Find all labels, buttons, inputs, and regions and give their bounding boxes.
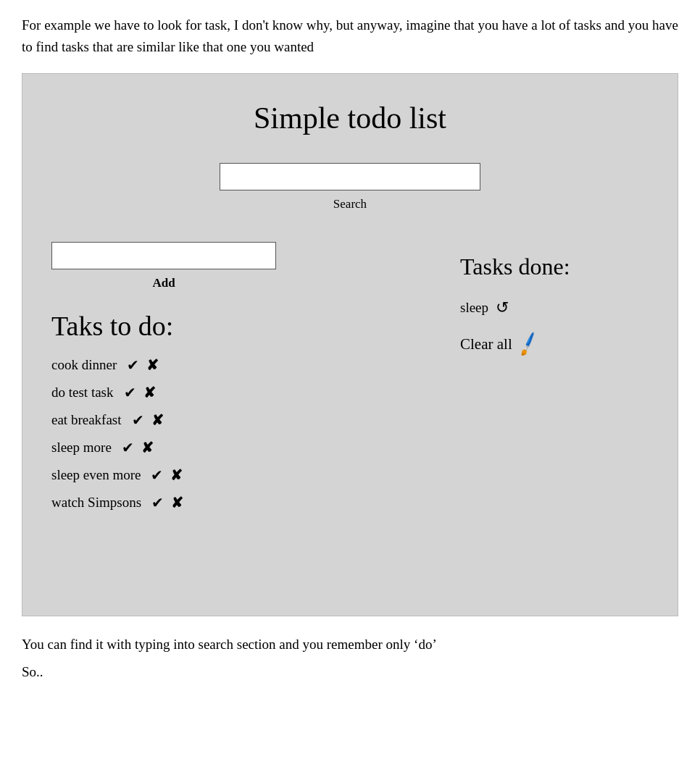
clear-all-button[interactable]: Clear all 🖌️ bbox=[460, 334, 538, 354]
task-delete-button[interactable]: ✘ bbox=[171, 492, 183, 513]
task-check-button[interactable]: ✔ bbox=[127, 354, 139, 376]
tasks-done-title: Tasks done: bbox=[460, 249, 649, 284]
search-section: Search bbox=[51, 163, 649, 214]
task-check-button[interactable]: ✔ bbox=[151, 492, 164, 513]
task-name: eat breakfast bbox=[51, 410, 122, 431]
brush-icon: 🖌️ bbox=[514, 331, 541, 358]
task-check-button[interactable]: ✔ bbox=[151, 464, 163, 486]
app-title: Simple todo list bbox=[51, 96, 649, 141]
task-item: eat breakfast✔✘ bbox=[51, 409, 417, 431]
task-check-button[interactable]: ✔ bbox=[132, 409, 144, 431]
task-item: sleep even more✔✘ bbox=[51, 464, 417, 486]
task-check-button[interactable]: ✔ bbox=[124, 382, 136, 403]
task-name: sleep even more bbox=[51, 465, 141, 486]
done-task-name: sleep bbox=[460, 298, 488, 319]
task-item: do test task✔✘ bbox=[51, 382, 417, 403]
add-input[interactable] bbox=[51, 242, 276, 269]
clear-all-label: Clear all bbox=[460, 335, 512, 353]
search-label: Search bbox=[333, 195, 367, 214]
done-item: sleep ↺ bbox=[460, 295, 649, 319]
task-check-button[interactable]: ✔ bbox=[122, 437, 134, 458]
task-delete-button[interactable]: ✘ bbox=[141, 437, 154, 458]
main-area: Add Taks to do: cook dinner✔✘do test tas… bbox=[51, 242, 649, 519]
add-label: Add bbox=[51, 274, 276, 293]
app-container: Simple todo list Search Add Taks to do: … bbox=[22, 73, 678, 616]
outro-line2: So.. bbox=[22, 661, 678, 683]
task-name: do test task bbox=[51, 382, 114, 403]
tasks-title: Taks to do: bbox=[51, 306, 417, 347]
intro-text: For example we have to look for task, I … bbox=[22, 14, 678, 59]
task-list: cook dinner✔✘do test task✔✘eat breakfast… bbox=[51, 354, 417, 513]
task-name: cook dinner bbox=[51, 355, 117, 376]
task-name: watch Simpsons bbox=[51, 492, 141, 513]
task-delete-button[interactable]: ✘ bbox=[170, 464, 183, 486]
task-item: cook dinner✔✘ bbox=[51, 354, 417, 376]
right-section: Tasks done: sleep ↺ Clear all 🖌️ bbox=[460, 242, 649, 354]
task-delete-button[interactable]: ✘ bbox=[151, 409, 164, 431]
task-delete-button[interactable]: ✘ bbox=[143, 382, 156, 403]
search-input[interactable] bbox=[220, 163, 480, 190]
left-section: Add Taks to do: cook dinner✔✘do test tas… bbox=[51, 242, 417, 519]
outro-line1: You can find it with typing into search … bbox=[22, 634, 678, 655]
task-name: sleep more bbox=[51, 437, 112, 458]
undo-icon[interactable]: ↺ bbox=[496, 295, 509, 319]
task-item: watch Simpsons✔✘ bbox=[51, 492, 417, 513]
task-item: sleep more✔✘ bbox=[51, 437, 417, 458]
task-delete-button[interactable]: ✘ bbox=[146, 354, 159, 376]
outro-text: You can find it with typing into search … bbox=[22, 634, 678, 684]
